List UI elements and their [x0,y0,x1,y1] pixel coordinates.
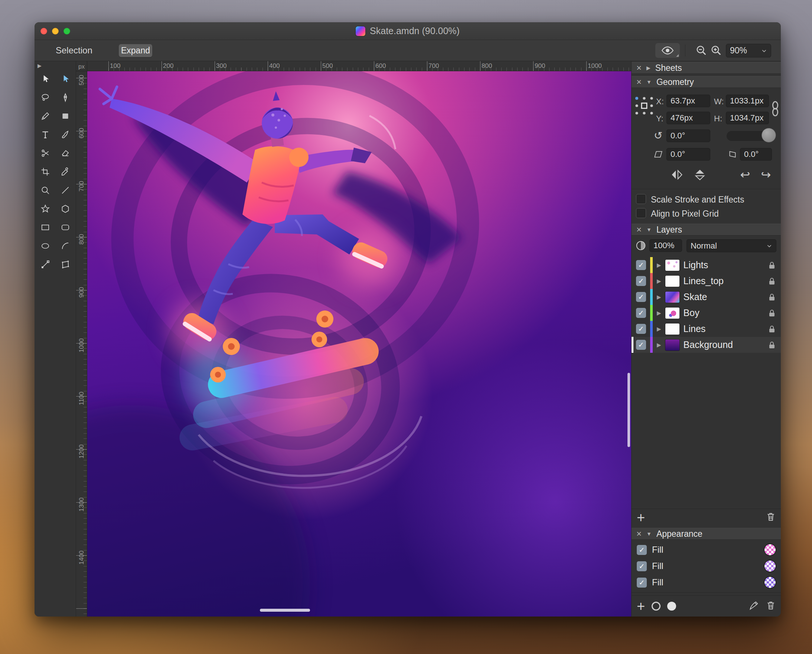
pencil-tool[interactable] [37,108,54,124]
layer-visibility-checkbox[interactable]: ✓ [636,340,646,350]
anchor-point-selector[interactable] [634,95,654,118]
zoom-level-select[interactable]: 90% [726,44,771,58]
star-tool[interactable] [37,201,54,217]
chevron-down-icon[interactable]: ▼ [647,79,652,85]
view-mode-button[interactable] [655,43,680,58]
rounded-rectangle-tool[interactable] [57,219,74,235]
chevron-right-icon[interactable]: ▶ [657,326,661,332]
fill-swatch[interactable] [765,561,775,571]
arc-tool[interactable] [57,238,74,254]
appearance-row[interactable]: ✓ Fill [631,558,781,574]
rectangle-tool[interactable] [37,219,54,235]
chevron-right-icon[interactable]: ▶ [657,294,661,301]
minimize-button[interactable] [52,28,59,35]
zoom-in-button[interactable] [709,44,723,57]
expand-button[interactable]: Expand [119,44,152,57]
scale-stroke-checkbox[interactable]: ✓ [636,194,646,204]
close-button[interactable] [40,28,47,35]
canvas-horizontal-scrollbar[interactable] [260,609,310,612]
line-tool[interactable] [57,182,74,199]
chevron-down-icon[interactable]: ▼ [647,227,652,232]
polygon-tool[interactable] [57,201,74,217]
layer-row-selected[interactable]: ✓ ▶ Background [631,337,781,353]
layer-visibility-checkbox[interactable]: ✓ [636,276,646,286]
w-field[interactable]: 1033.1px [726,95,769,107]
node-tool[interactable] [57,71,74,87]
layer-row[interactable]: ✓ ▶ Lines [631,321,781,337]
delete-layer-button[interactable] [766,512,775,523]
link-dimensions-icon[interactable] [771,101,779,117]
fill-visibility-checkbox[interactable]: ✓ [637,545,647,555]
layer-row[interactable]: ✓ ▶ Skate [631,289,781,305]
close-icon[interactable]: × [636,78,642,86]
close-icon[interactable]: × [636,529,642,538]
rotate-cw-button[interactable]: ↪ [758,167,774,183]
frame-tool[interactable] [37,164,54,180]
move-tool[interactable] [37,71,54,87]
align-pixel-checkbox[interactable]: ✓ [636,208,646,218]
blend-mode-select[interactable]: Normal [686,239,776,252]
fill-tool[interactable] [57,108,74,124]
point-transform-tool[interactable] [37,256,54,273]
fill-swatch-icon[interactable] [667,602,676,611]
scissors-tool[interactable] [37,145,54,161]
h-field[interactable]: 1034.7px [726,112,769,124]
canvas[interactable] [87,71,631,617]
fill-visibility-checkbox[interactable]: ✓ [637,561,647,571]
chevron-down-icon[interactable]: ▼ [647,531,652,537]
rotation-field[interactable]: 0.0° [666,130,710,142]
fill-visibility-checkbox[interactable]: ✓ [637,578,647,588]
chevron-right-icon[interactable]: ▶ [657,262,661,269]
lock-icon[interactable] [768,293,775,301]
zoom-tool[interactable] [37,182,54,199]
layer-visibility-checkbox[interactable]: ✓ [636,308,646,318]
layer-row[interactable]: ✓ ▶ Lines_top [631,273,781,289]
pen-tool[interactable] [57,89,74,106]
zoom-out-button[interactable] [695,44,708,57]
add-fill-button[interactable]: + [637,599,645,613]
titlebar[interactable]: Skate.amdn (90.00%) [35,22,781,40]
close-icon[interactable]: × [636,225,642,234]
ellipse-tool[interactable] [37,238,54,254]
lock-icon[interactable] [768,261,775,269]
mesh-warp-tool[interactable] [57,256,74,273]
layer-row[interactable]: ✓ ▶ Boy [631,305,781,321]
text-tool[interactable] [37,127,54,143]
vertical-ruler[interactable]: 500 600 700 800 900 1000 1100 1200 1300 … [76,71,87,617]
lasso-tool[interactable] [37,89,54,106]
gradient-pen-button[interactable] [749,600,759,612]
eyedropper-tool[interactable] [57,164,74,180]
add-layer-button[interactable]: + [637,510,645,524]
layer-row[interactable]: ✓ ▶ Lights [631,257,781,273]
flip-vertical-button[interactable] [692,167,708,182]
delete-fill-button[interactable] [766,600,775,612]
lock-icon[interactable] [768,309,775,317]
eraser-tool[interactable] [57,145,74,161]
chevron-right-icon[interactable]: ▶ [657,342,661,348]
appearance-row[interactable]: ✓ Fill [631,575,781,590]
brush-tool[interactable] [57,127,74,143]
lock-icon[interactable] [768,341,775,349]
chevron-right-icon[interactable]: ▶ [657,310,661,316]
zoom-window-button[interactable] [63,28,70,35]
ruler-unit-corner[interactable]: px [76,61,87,71]
layer-visibility-checkbox[interactable]: ✓ [636,324,646,334]
layer-visibility-checkbox[interactable]: ✓ [636,260,646,270]
layer-opacity-field[interactable]: 100% [650,239,682,252]
close-icon[interactable]: × [636,63,642,72]
y-field[interactable]: 476px [666,112,710,124]
horizontal-ruler[interactable]: 100 200 300 400 500 600 700 800 900 1000 [87,61,631,71]
chevron-right-icon[interactable]: ▶ [657,278,661,284]
stroke-swatch-icon[interactable] [652,602,660,611]
rotate-ccw-button[interactable]: ↩ [737,167,753,183]
canvas-vertical-scrollbar[interactable] [627,373,630,447]
appearance-row[interactable]: ✓ Fill [631,542,781,558]
layer-visibility-checkbox[interactable]: ✓ [636,292,646,302]
rotation-dial-knob[interactable] [761,128,776,142]
tools-panel-expand-icon[interactable]: ▶ [37,63,41,69]
x-field[interactable]: 63.7px [666,95,710,107]
fill-swatch[interactable] [765,577,775,588]
fill-swatch[interactable] [765,544,775,555]
chevron-right-icon[interactable]: ▶ [647,65,651,71]
lock-icon[interactable] [768,325,775,333]
